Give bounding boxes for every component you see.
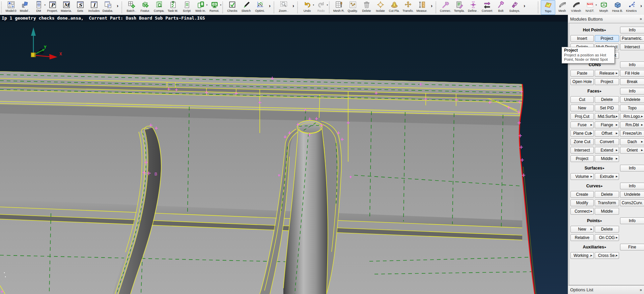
btn-hot-points-info[interactable]: Info bbox=[620, 27, 644, 33]
tool-measur[interactable]: Measur. bbox=[415, 0, 429, 15]
btn-rm-logo[interactable]: Rm.Logo.▶ bbox=[620, 113, 644, 120]
tool-morph[interactable]: Morph bbox=[597, 0, 611, 15]
btn-delete[interactable]: Delete bbox=[595, 191, 619, 198]
section-title-curves[interactable]: Curves► bbox=[570, 184, 619, 188]
sidebar-collapse-icon[interactable]: » bbox=[640, 17, 642, 21]
tool-task-m[interactable]: Task M. bbox=[166, 0, 180, 15]
tool-featur[interactable]: Featur. bbox=[138, 0, 152, 15]
toolbar-drag-handle[interactable] bbox=[274, 2, 275, 13]
btn-transform[interactable]: Transform bbox=[595, 199, 619, 206]
tool-mesh[interactable]: Mesh bbox=[555, 0, 569, 15]
btn-open-hole[interactable]: Open Hole bbox=[570, 78, 594, 85]
tool-propert[interactable]: PPropert. bbox=[46, 0, 59, 15]
options-list-collapse-icon[interactable]: » bbox=[640, 288, 642, 292]
tool-dm[interactable]: ▾DM bbox=[32, 0, 46, 15]
toolbar-drag-handle[interactable] bbox=[121, 2, 123, 13]
btn-relative[interactable]: Relative bbox=[570, 234, 594, 241]
btn-dach[interactable]: Dach▶ bbox=[620, 138, 644, 145]
dropdown-caret-icon[interactable]: ▾ bbox=[327, 4, 328, 6]
section-title-auxiliaries[interactable]: Auxiliaries► bbox=[570, 245, 619, 249]
btn-project[interactable]: Project bbox=[595, 35, 619, 42]
btn-delete[interactable]: Delete bbox=[595, 226, 619, 233]
btn-offset[interactable]: Offset▶ bbox=[595, 130, 619, 137]
btn-working[interactable]: Working .▶ bbox=[570, 252, 594, 259]
tool-model[interactable]: Model . bbox=[18, 0, 32, 15]
btn-cut[interactable]: Cut bbox=[570, 96, 594, 103]
tool-mesh-r[interactable]: Mesh R. bbox=[332, 0, 346, 15]
group-expand-icon[interactable]: › bbox=[638, 0, 644, 15]
tool-compa[interactable]: Compa. bbox=[152, 0, 166, 15]
toolbar-drag-handle[interactable] bbox=[222, 2, 224, 13]
group-expand-icon[interactable]: › bbox=[290, 0, 296, 15]
tool-materia[interactable]: MMateria. bbox=[59, 0, 73, 15]
btn-intersect[interactable]: Intersect bbox=[570, 147, 594, 154]
tool-hexa-b[interactable]: Hexa B. bbox=[611, 0, 624, 15]
btn-mid-surfa[interactable]: Mid.Surfa.▶ bbox=[595, 113, 619, 120]
btn-extrude[interactable]: Extrude▶ bbox=[595, 173, 619, 180]
section-title-faces[interactable]: Faces► bbox=[570, 89, 619, 93]
group-expand-icon[interactable]: › bbox=[115, 0, 120, 15]
tool-bolt[interactable]: Bolt bbox=[494, 0, 508, 15]
btn-faces-info[interactable]: Info bbox=[620, 88, 644, 95]
tool-redo[interactable]: ▾Redo bbox=[314, 0, 328, 15]
btn-delete[interactable]: Delete bbox=[595, 96, 619, 103]
tool-cut-pla[interactable]: Cut Pla. bbox=[387, 0, 401, 15]
section-title-points[interactable]: Points► bbox=[570, 218, 619, 223]
btn-release[interactable]: Release▶ bbox=[595, 70, 619, 77]
tool-sketch[interactable]: Sketch bbox=[239, 0, 253, 15]
btn-on-cog[interactable]: On COG▶ bbox=[595, 234, 619, 241]
tool-define[interactable]: Define . bbox=[466, 0, 480, 15]
btn-new[interactable]: New▶ bbox=[570, 226, 594, 233]
btn-zone-cut[interactable]: Zone Cut bbox=[570, 138, 594, 145]
btn-undelete[interactable]: Undelete bbox=[620, 191, 644, 198]
btn-convert[interactable]: Convert bbox=[595, 138, 619, 145]
options-list-bar[interactable]: Options List » bbox=[568, 285, 644, 294]
tool-databa[interactable]: Databa. bbox=[101, 0, 115, 15]
tool-connec[interactable]: Connec. bbox=[439, 0, 452, 15]
btn-rm-dbl[interactable]: Rm.Dbl▶ bbox=[620, 122, 644, 128]
btn-new[interactable]: New bbox=[570, 105, 594, 111]
tool-delete[interactable]: Delete bbox=[360, 0, 373, 15]
viewport-3d[interactable]: B Y X bbox=[0, 22, 568, 294]
btn-fuse[interactable]: Fuse▶ bbox=[570, 122, 594, 128]
btn-cons-info[interactable]: Info bbox=[620, 61, 644, 68]
btn-middle[interactable]: Middle bbox=[595, 208, 619, 215]
btn-middle[interactable]: Middle▶ bbox=[595, 155, 619, 162]
tool-quality[interactable]: Quality. bbox=[346, 0, 360, 15]
btn-cross-se[interactable]: Cross Se.▶ bbox=[595, 252, 619, 259]
group-expand-icon[interactable]: › bbox=[522, 0, 527, 15]
toolbar-drag-handle[interactable] bbox=[538, 2, 539, 13]
section-title-surfaces[interactable]: Surfaces► bbox=[570, 166, 619, 170]
tool-subsys[interactable]: Subsys. bbox=[508, 0, 522, 15]
group-expand-icon[interactable]: › bbox=[267, 0, 273, 15]
btn-volume[interactable]: Volume▶ bbox=[570, 173, 594, 180]
btn-connect[interactable]: Connect▶ bbox=[570, 208, 594, 215]
tool-v-mesh[interactable]: V.Mesh bbox=[569, 0, 583, 15]
btn-break[interactable]: Break bbox=[620, 78, 644, 85]
tool-kinetics[interactable]: Kinetics bbox=[624, 0, 638, 15]
btn-modify[interactable]: Modify bbox=[570, 199, 594, 206]
toolbar-drag-handle[interactable] bbox=[1, 2, 3, 13]
btn-points-info[interactable]: Info bbox=[620, 217, 644, 224]
btn-flange[interactable]: Flange▶ bbox=[595, 122, 619, 128]
dropdown-caret-icon[interactable]: ▾ bbox=[220, 4, 221, 6]
tool-zoom[interactable]: Zoom . bbox=[277, 0, 290, 15]
tool-transfo[interactable]: Transfo. bbox=[401, 0, 415, 15]
tool-checks[interactable]: Checks bbox=[225, 0, 239, 15]
tool-includes[interactable]: IIncludes bbox=[87, 0, 101, 15]
btn-orient[interactable]: Orient▶ bbox=[620, 147, 644, 154]
btn-proj-cut[interactable]: Proj.Cut bbox=[570, 113, 594, 120]
btn-auxiliaries-fine[interactable]: Fine bbox=[620, 244, 644, 250]
btn-insert[interactable]: Insert bbox=[570, 35, 594, 42]
btn-intersect[interactable]: Intersect bbox=[620, 44, 644, 50]
tool-model-0[interactable]: Model:0 bbox=[4, 0, 18, 15]
toolbar-drag-handle[interactable] bbox=[436, 2, 437, 13]
btn-create[interactable]: Create bbox=[570, 191, 594, 198]
btn-extend[interactable]: Extend▶ bbox=[595, 147, 619, 154]
btn-undelete[interactable]: Undelete bbox=[620, 96, 644, 103]
toolbar-drag-handle[interactable] bbox=[297, 2, 299, 13]
tool-undo[interactable]: ▾Undo bbox=[300, 0, 314, 15]
tool-web-in[interactable]: ▾Web In. bbox=[194, 0, 207, 15]
tool-convert[interactable]: Convert bbox=[480, 0, 494, 15]
btn-plane-cut[interactable]: Plane Cut▶ bbox=[570, 130, 594, 137]
